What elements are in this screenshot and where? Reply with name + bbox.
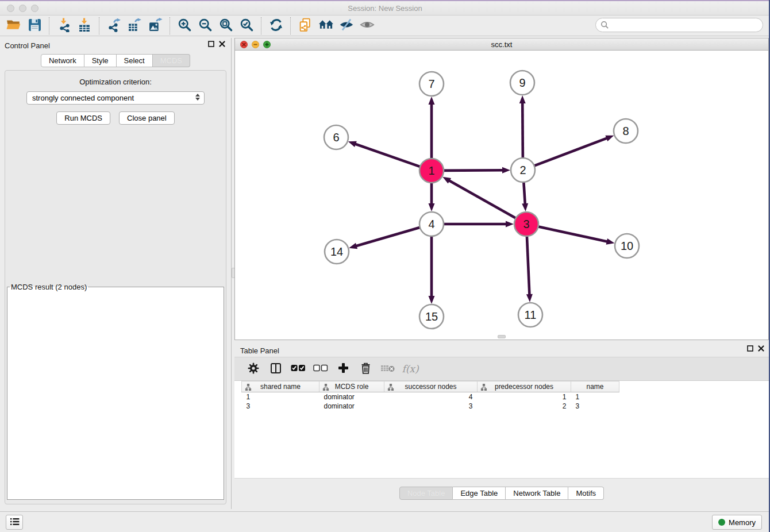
canvas-resize-grip[interactable]	[498, 335, 506, 338]
zoom-in-button[interactable]	[174, 17, 195, 34]
export-image-button[interactable]	[145, 17, 165, 34]
delete-table-icon	[380, 364, 395, 375]
refresh-icon	[269, 18, 283, 34]
float-table-panel-icon[interactable]	[747, 345, 753, 352]
arrowhead-icon	[526, 294, 533, 302]
search-input[interactable]	[595, 18, 763, 32]
tab-node-table[interactable]: Node Table	[399, 487, 453, 500]
task-history-button[interactable]	[6, 515, 23, 530]
clone-network-button[interactable]	[295, 17, 315, 34]
edge-2-3[interactable]	[523, 180, 525, 205]
show-all-button[interactable]	[357, 17, 378, 34]
arrowhead-icon	[349, 243, 357, 249]
import-network-icon	[57, 18, 71, 34]
table-row[interactable]: 3dominator323	[242, 402, 619, 411]
add-row-button[interactable]	[334, 360, 352, 377]
memory-status-icon	[718, 519, 725, 526]
control-panel: Control Panel NetworkStyleSelectMCDS Opt…	[0, 38, 231, 509]
tab-select[interactable]: Select	[117, 54, 153, 67]
mcds-result-list[interactable]: 1 3	[8, 292, 217, 294]
network-canvas[interactable]: 7968124314101511	[235, 51, 768, 339]
delete-row-button[interactable]	[357, 360, 374, 377]
edge-3-11[interactable]	[527, 234, 530, 295]
float-panel-icon[interactable]	[208, 41, 214, 47]
open-session-button[interactable]	[3, 17, 24, 34]
zoom-out-button[interactable]	[195, 17, 215, 34]
column-header-shared-name[interactable]: shared name	[242, 381, 319, 392]
export-table-icon	[128, 18, 142, 34]
hide-selected-button[interactable]	[336, 17, 357, 34]
edge-1-6[interactable]	[355, 144, 422, 167]
arrowhead-icon	[429, 203, 435, 211]
column-header-successor-nodes[interactable]: successor nodes	[384, 381, 478, 392]
tab-network[interactable]: Network	[41, 54, 84, 67]
sort-hierarchy-icon	[322, 384, 329, 392]
deselect-all-rows-button[interactable]	[312, 360, 329, 377]
close-table-panel-icon[interactable]	[758, 345, 764, 352]
memory-button[interactable]: Memory	[712, 515, 762, 530]
table-row[interactable]: 1dominator411	[242, 392, 619, 402]
zoom-selected-icon	[240, 18, 254, 34]
tab-edge-table[interactable]: Edge Table	[453, 487, 506, 500]
tab-motifs[interactable]: Motifs	[568, 487, 604, 500]
edge-2-8[interactable]	[533, 138, 607, 167]
zoom-selected-button[interactable]	[236, 17, 257, 34]
column-header-MCDS-role[interactable]: MCDS role	[319, 381, 384, 392]
search-box	[595, 18, 763, 32]
zoom-out-icon	[198, 18, 213, 34]
show-column-panel-button[interactable]	[267, 360, 284, 377]
column-header-name[interactable]: name	[571, 381, 619, 392]
criterion-dropdown[interactable]: strongly connected component	[26, 91, 205, 105]
arrowhead-icon	[606, 238, 615, 245]
network-view-window: scc.txt 7968124314101511	[234, 38, 769, 340]
zoom-fit-button[interactable]	[215, 17, 236, 34]
close-panel-button[interactable]: Close panel	[119, 111, 175, 125]
criterion-dropdown-value: strongly connected component	[32, 94, 134, 102]
window-title: Session: New Session	[0, 4, 770, 13]
refresh-layout-button[interactable]	[265, 17, 286, 34]
application-window: Session: New Session	[0, 0, 770, 532]
title-bar: Session: New Session	[0, 1, 770, 16]
search-icon	[600, 21, 609, 29]
export-table-button[interactable]	[124, 17, 145, 34]
edge-1-2[interactable]	[442, 170, 503, 171]
sort-hierarchy-icon	[245, 384, 252, 392]
arrowhead-icon	[429, 296, 435, 304]
edge-2-9[interactable]	[522, 102, 523, 160]
tab-style[interactable]: Style	[84, 54, 117, 67]
edge-3-1[interactable]	[449, 180, 518, 219]
arrowhead-icon	[506, 221, 514, 228]
import-table-button[interactable]	[74, 17, 95, 34]
export-network-button[interactable]	[103, 17, 124, 34]
delete-table-button[interactable]	[379, 360, 396, 377]
arrowhead-icon	[348, 141, 357, 147]
arrowhead-icon	[502, 167, 510, 174]
control-panel-title: Control Panel	[5, 41, 50, 50]
tab-network-table[interactable]: Network Table	[506, 487, 568, 500]
node-label-10: 10	[621, 240, 633, 252]
clone-network-icon	[298, 18, 313, 34]
node-label-7: 7	[428, 78, 434, 90]
edge-3-10[interactable]	[537, 226, 608, 242]
home-views-icon[interactable]	[315, 17, 336, 34]
network-window-titlebar[interactable]: scc.txt	[235, 38, 768, 51]
columns-icon	[270, 363, 282, 376]
eye-slash-icon	[339, 18, 354, 33]
import-network-button[interactable]	[53, 17, 74, 34]
edge-4-14[interactable]	[356, 227, 422, 246]
status-bar: Memory	[0, 511, 770, 532]
column-header-predecessor-nodes[interactable]: predecessor nodes	[478, 381, 571, 392]
node-label-15: 15	[425, 310, 438, 323]
table-header-row: shared nameMCDS rolesuccessor nodesprede…	[242, 381, 619, 392]
close-panel-icon[interactable]	[219, 41, 225, 47]
node-label-1: 1	[428, 164, 434, 177]
run-mcds-button[interactable]: Run MCDS	[56, 111, 110, 125]
save-session-button[interactable]	[24, 17, 45, 34]
export-image-icon	[148, 18, 163, 34]
select-all-rows-button[interactable]	[290, 360, 307, 377]
checked-boxes-icon	[291, 364, 306, 373]
tab-mcds[interactable]: MCDS	[153, 54, 190, 67]
table-settings-button[interactable]	[245, 360, 262, 377]
function-builder-button[interactable]: f(x)	[402, 360, 419, 377]
node-table: shared nameMCDS rolesuccessor nodesprede…	[234, 381, 769, 479]
